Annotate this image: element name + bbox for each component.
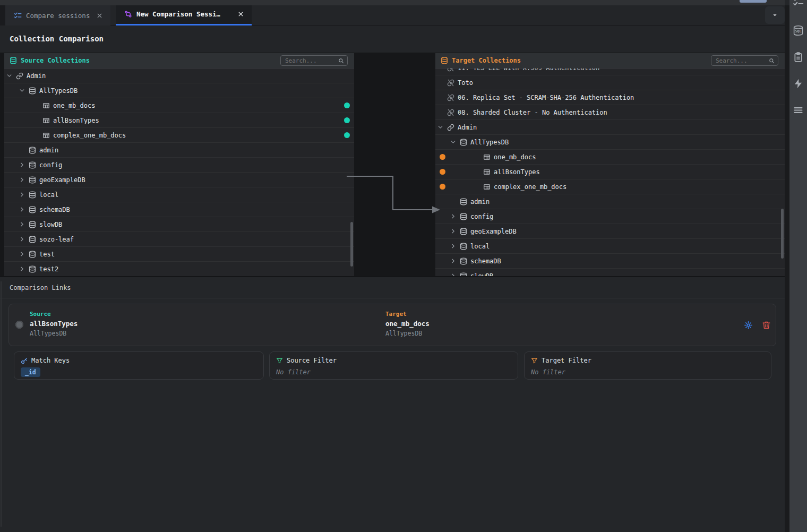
tree-row-label: Toto bbox=[458, 79, 473, 87]
tree-row-database[interactable]: test2 bbox=[4, 262, 354, 276]
tree-row-database[interactable]: local bbox=[4, 187, 354, 202]
tree-row-database[interactable]: AllTypesDB bbox=[4, 83, 354, 98]
chevron-right-icon[interactable] bbox=[19, 251, 25, 258]
tree-row-connection[interactable]: 08. Sharded Cluster - No Authentication bbox=[435, 105, 785, 120]
chevron-down-icon[interactable] bbox=[19, 87, 25, 94]
source-collections-panel: Source Collections Admin bbox=[4, 53, 354, 276]
chevron-right-icon[interactable] bbox=[450, 272, 457, 276]
tree-row-database[interactable]: slowDB bbox=[435, 269, 785, 276]
chevron-right-icon[interactable] bbox=[19, 236, 25, 243]
tree-row-label: admin bbox=[39, 147, 58, 154]
tree-row-connection[interactable]: Toto bbox=[435, 75, 785, 90]
tree-row-database[interactable]: config bbox=[4, 158, 354, 173]
chevron-down-icon[interactable] bbox=[437, 124, 444, 131]
checklist-icon bbox=[14, 12, 22, 20]
tree-row-collection[interactable]: one_mb_docs bbox=[435, 150, 785, 165]
lightning-icon[interactable] bbox=[793, 78, 804, 89]
sql-database-icon[interactable]: SQL bbox=[793, 25, 804, 36]
chevron-right-icon[interactable] bbox=[450, 213, 457, 220]
table-icon bbox=[483, 168, 491, 176]
svg-text:SQL: SQL bbox=[795, 29, 802, 33]
chevron-right-icon[interactable] bbox=[19, 206, 25, 213]
tree-row-collection[interactable]: allBsonTypes bbox=[4, 113, 354, 128]
close-icon[interactable] bbox=[96, 12, 103, 19]
tab-new-comparison-session[interactable]: New Comparison Sessi… bbox=[116, 5, 252, 25]
source-search[interactable] bbox=[280, 55, 348, 66]
git-compare-icon bbox=[124, 10, 132, 18]
tree-row-database[interactable]: admin bbox=[435, 194, 785, 209]
comparison-link-card[interactable]: Source allBsonTypes AllTypesDB Target on… bbox=[8, 304, 776, 346]
target-scrollbar-thumb[interactable] bbox=[781, 209, 784, 259]
tree-row-collection[interactable]: one_mb_docs bbox=[4, 98, 354, 113]
tree-row-database[interactable]: admin bbox=[4, 143, 354, 158]
tree-row-connection[interactable]: Admin bbox=[4, 68, 354, 83]
tree-row-database[interactable]: geoExampleDB bbox=[435, 224, 785, 239]
tree-row-label: one_mb_docs bbox=[53, 102, 95, 109]
tab-overflow-button[interactable] bbox=[765, 6, 785, 24]
chevron-right-icon[interactable] bbox=[19, 191, 25, 198]
chevron-down-icon[interactable] bbox=[450, 139, 457, 145]
tree-row-label: AllTypesDB bbox=[470, 139, 509, 146]
chevron-down-icon[interactable] bbox=[6, 72, 13, 79]
target-label: Target bbox=[385, 311, 407, 318]
chevron-right-icon[interactable] bbox=[450, 243, 457, 250]
tree-row-collection[interactable]: complex_one_mb_docs bbox=[435, 179, 785, 194]
chevron-right-icon[interactable] bbox=[450, 258, 457, 264]
database-icon bbox=[460, 272, 467, 277]
tree-row-database[interactable]: slowDB bbox=[4, 217, 354, 232]
target-link-dot[interactable] bbox=[440, 169, 445, 175]
tree-row-label: AllTypesDB bbox=[39, 87, 78, 95]
tree-row-database[interactable]: geoExampleDB bbox=[4, 173, 354, 187]
tree-row-label: test2 bbox=[39, 265, 58, 273]
link-icon bbox=[447, 124, 454, 131]
tree-row-database[interactable]: sozo-leaf bbox=[4, 232, 354, 247]
target-filter-box[interactable]: Target Filter No filter bbox=[524, 351, 771, 380]
target-link-dot[interactable] bbox=[440, 154, 445, 160]
source-link-dot[interactable] bbox=[344, 132, 350, 138]
source-link-dot[interactable] bbox=[344, 117, 350, 123]
tree-row-connection[interactable]: Admin bbox=[435, 120, 785, 135]
trash-icon[interactable] bbox=[762, 321, 771, 330]
target-search[interactable] bbox=[711, 55, 778, 66]
menu-lines-icon[interactable] bbox=[793, 105, 804, 116]
tree-row-label: local bbox=[470, 243, 490, 250]
tree-row-database[interactable]: AllTypesDB bbox=[435, 135, 785, 150]
database-icon bbox=[29, 176, 36, 184]
tree-row-database[interactable]: schemaDB bbox=[435, 254, 785, 269]
link-select-radio[interactable] bbox=[15, 321, 23, 329]
source-filter-box[interactable]: Source Filter No filter bbox=[269, 351, 518, 380]
checklist-icon[interactable] bbox=[793, 0, 804, 7]
tree-row-database[interactable]: test bbox=[4, 247, 354, 262]
target-link-dot[interactable] bbox=[440, 184, 445, 190]
gear-icon[interactable] bbox=[744, 321, 753, 330]
page-header: Collection Comparison New Create Session… bbox=[0, 25, 785, 53]
tree-row-connection[interactable]: 06. Replica Set - SCRAM-SHA-256 Authenti… bbox=[435, 90, 785, 105]
tree-row-label: allBsonTypes bbox=[494, 168, 540, 176]
source-scrollbar-thumb[interactable] bbox=[350, 222, 353, 267]
tree-row-label: schemaDB bbox=[39, 206, 70, 213]
database-icon bbox=[460, 198, 467, 205]
target-filter-value: No filter bbox=[531, 368, 565, 376]
chevron-right-icon[interactable] bbox=[450, 228, 457, 235]
close-icon[interactable] bbox=[237, 11, 244, 18]
caret-down-icon bbox=[772, 12, 778, 18]
source-search-input[interactable] bbox=[281, 57, 338, 64]
chevron-right-icon[interactable] bbox=[19, 221, 25, 228]
tree-row-collection[interactable]: complex_one_mb_docs bbox=[4, 128, 354, 143]
database-icon bbox=[460, 243, 467, 250]
clipboard-icon[interactable] bbox=[793, 52, 804, 63]
chevron-right-icon[interactable] bbox=[19, 161, 25, 168]
source-filter-title: Source Filter bbox=[287, 357, 337, 364]
tab-compare-sessions[interactable]: Compare sessions bbox=[5, 5, 110, 25]
target-search-input[interactable] bbox=[711, 57, 769, 64]
chevron-right-icon[interactable] bbox=[19, 176, 25, 183]
chevron-right-icon[interactable] bbox=[19, 265, 25, 272]
match-keys-box[interactable]: Match Keys _id bbox=[14, 351, 264, 380]
tree-row-database[interactable]: config bbox=[435, 209, 785, 224]
tree-row-collection[interactable]: allBsonTypes bbox=[435, 165, 785, 179]
tree-row-database[interactable]: local bbox=[435, 239, 785, 254]
match-key-chip[interactable]: _id bbox=[21, 367, 40, 377]
tree-row-connection-clipped[interactable]: 11. TLS E2E With X.509 Authentication bbox=[435, 68, 785, 75]
source-link-dot[interactable] bbox=[344, 102, 350, 108]
tree-row-database[interactable]: schemaDB bbox=[4, 202, 354, 217]
